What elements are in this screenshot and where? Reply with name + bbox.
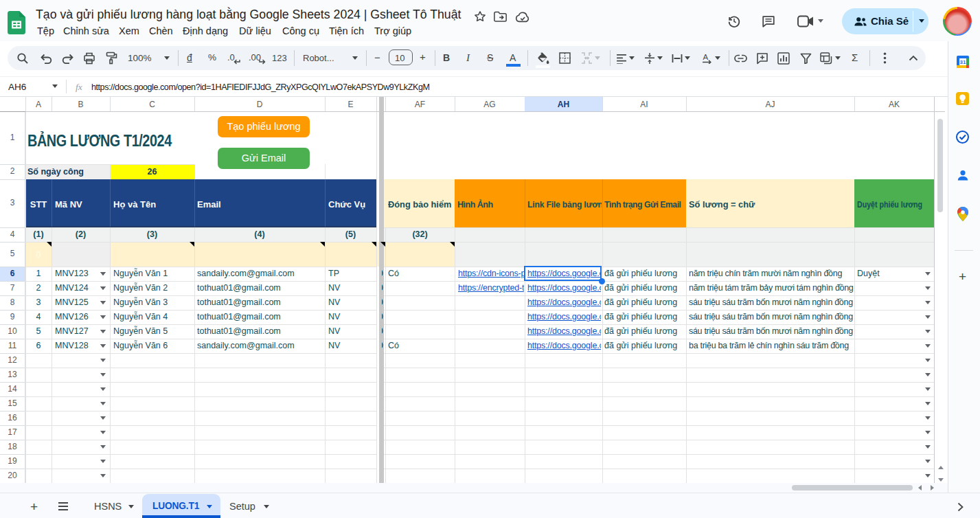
svg-text:31: 31 bbox=[960, 59, 966, 65]
svg-text:A: A bbox=[703, 53, 709, 61]
